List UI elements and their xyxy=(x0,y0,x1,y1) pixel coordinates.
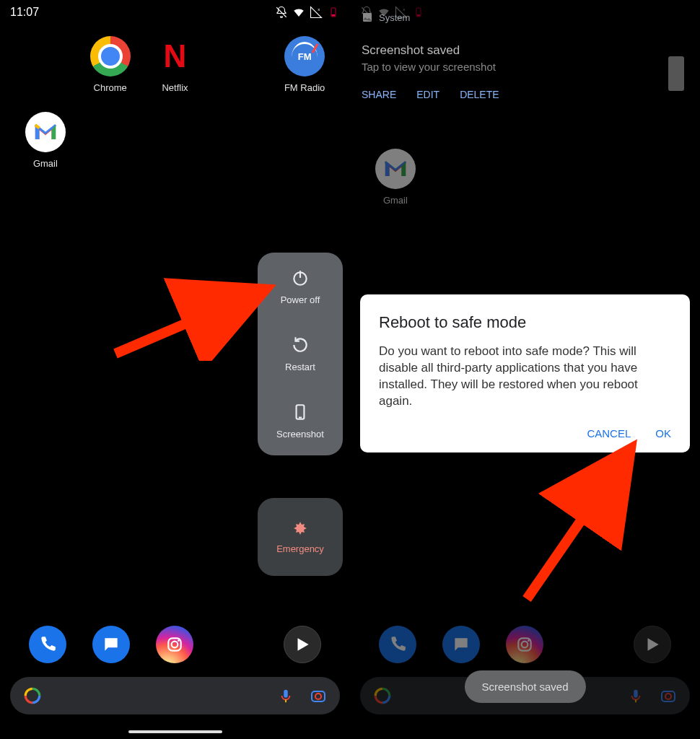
annotation-arrow-poweroff xyxy=(108,274,281,361)
restart-button[interactable]: Restart xyxy=(285,336,315,372)
home-app-grid: Chrome NNetflix FMFM Radio Gmail xyxy=(0,36,350,169)
emergency-label: Emergency xyxy=(276,543,324,554)
svg-rect-32 xyxy=(634,690,638,698)
wifi-icon xyxy=(292,6,305,19)
clock: 11:07 xyxy=(10,6,39,19)
dock-phone[interactable] xyxy=(379,626,416,663)
play-icon xyxy=(643,635,662,654)
svg-point-11 xyxy=(178,639,180,642)
dock-instagram[interactable] xyxy=(506,626,543,663)
status-bar: 11:07 x xyxy=(0,0,350,25)
notif-edit-button[interactable]: EDIT xyxy=(416,89,439,100)
screenshot-notification[interactable]: System Screenshot saved Tap to view your… xyxy=(356,6,694,106)
svg-point-10 xyxy=(172,642,178,648)
dnd-off-icon xyxy=(275,6,288,19)
restart-label: Restart xyxy=(285,362,315,372)
screenshot-button[interactable]: Screenshot xyxy=(276,403,324,440)
dock xyxy=(0,622,350,667)
svg-line-36 xyxy=(527,447,631,599)
screenshot-label: Screenshot xyxy=(276,429,324,440)
power-off-button[interactable]: Power off xyxy=(281,268,320,305)
annotation-arrow-ok xyxy=(512,426,657,606)
messages-icon xyxy=(452,635,471,654)
svg-rect-16 xyxy=(284,690,288,698)
svg-rect-3 xyxy=(332,14,336,16)
notif-share-button[interactable]: SHARE xyxy=(362,89,396,100)
toast: Screenshot saved xyxy=(464,670,585,703)
app-chrome[interactable]: Chrome xyxy=(78,36,143,93)
play-icon xyxy=(293,635,312,654)
google-search-bar[interactable] xyxy=(10,677,340,714)
svg-point-26 xyxy=(522,642,528,648)
dock-messages[interactable] xyxy=(92,626,130,663)
app-gmail[interactable]: Gmail xyxy=(13,112,78,169)
power-off-label: Power off xyxy=(281,294,320,305)
google-logo-icon xyxy=(23,686,42,705)
signal-no-data-icon: x xyxy=(310,6,323,19)
notif-title: Screenshot saved xyxy=(362,43,688,58)
dock-play[interactable] xyxy=(284,626,321,663)
app-label: Chrome xyxy=(94,82,127,93)
app-label: FM Radio xyxy=(284,82,325,93)
dock xyxy=(350,622,700,667)
svg-point-35 xyxy=(665,694,671,699)
fmradio-icon: FM xyxy=(284,36,325,76)
app-netflix[interactable]: NNetflix xyxy=(143,36,208,93)
svg-text:x: x xyxy=(318,7,320,12)
notif-thumbnail[interactable] xyxy=(668,56,684,91)
netflix-icon: N xyxy=(154,36,195,76)
image-icon xyxy=(362,12,373,23)
app-gmail[interactable]: Gmail xyxy=(363,149,428,206)
dialog-title: Reboot to safe mode xyxy=(379,313,671,332)
mic-icon[interactable] xyxy=(278,688,294,704)
dialog-body: Do you want to reboot into safe mode? Th… xyxy=(379,344,671,410)
svg-line-8 xyxy=(115,289,267,354)
app-label: Netflix xyxy=(162,82,188,93)
svg-point-19 xyxy=(315,694,321,699)
notif-subtitle: Tap to view your screenshot xyxy=(362,61,688,73)
phone-icon xyxy=(388,635,407,654)
screenshot-icon xyxy=(291,403,310,421)
emergency-button[interactable]: Emergency xyxy=(258,498,343,576)
lens-icon[interactable] xyxy=(660,687,677,704)
app-label: Gmail xyxy=(383,195,408,206)
gmail-icon xyxy=(375,149,416,189)
app-fmradio[interactable]: FMFM Radio xyxy=(272,36,337,93)
notif-app: System xyxy=(379,12,410,23)
lens-icon[interactable] xyxy=(310,687,327,704)
notif-delete-button[interactable]: DELETE xyxy=(460,89,499,100)
dock-play[interactable] xyxy=(634,626,671,663)
svg-point-27 xyxy=(528,639,530,642)
chrome-icon xyxy=(90,36,131,76)
mic-icon[interactable] xyxy=(628,688,644,704)
dock-messages[interactable] xyxy=(442,626,480,663)
left-screenshot: 11:07 x Chrome NNetflix FMFM Radio Gmail… xyxy=(0,0,350,739)
home-app-grid: Gmail xyxy=(350,130,700,206)
google-logo-icon xyxy=(373,686,392,705)
dock-phone[interactable] xyxy=(29,626,66,663)
dock-instagram[interactable] xyxy=(156,626,193,663)
emergency-icon xyxy=(292,520,309,538)
power-icon xyxy=(291,268,310,287)
ok-button[interactable]: OK xyxy=(655,427,671,440)
gmail-icon xyxy=(25,112,66,152)
messages-icon xyxy=(102,635,121,654)
phone-icon xyxy=(38,635,57,654)
nav-handle[interactable] xyxy=(128,730,222,733)
app-label: Gmail xyxy=(33,158,58,169)
instagram-icon xyxy=(515,635,534,654)
right-screenshot: x System Screenshot saved Tap to view yo… xyxy=(350,0,700,739)
instagram-icon xyxy=(165,635,184,654)
restart-icon xyxy=(291,336,310,354)
battery-low-icon xyxy=(327,6,340,19)
